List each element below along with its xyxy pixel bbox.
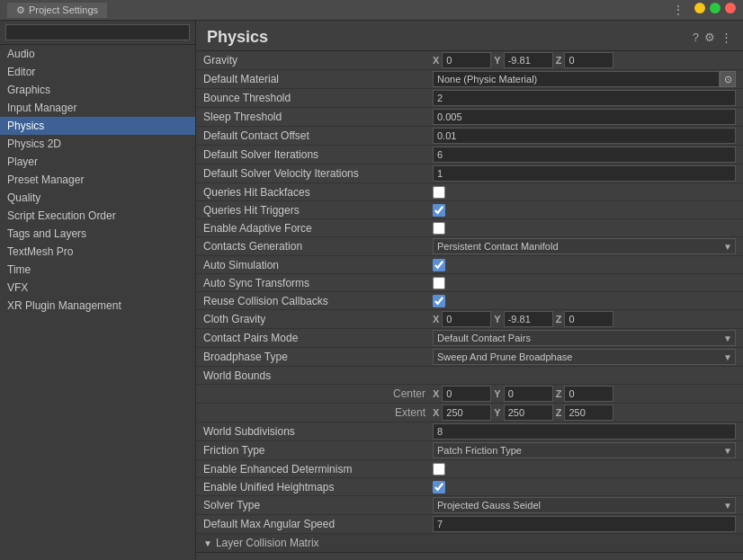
center-z-input[interactable] <box>564 386 613 402</box>
close-button[interactable] <box>725 3 736 13</box>
friction-type-value: Patch Friction Type One Directional Fric… <box>433 442 736 458</box>
world-bounds-label: World Bounds <box>203 369 433 382</box>
sidebar-item-input-manager[interactable]: Input Manager <box>0 99 195 117</box>
friction-type-select[interactable]: Patch Friction Type One Directional Fric… <box>433 442 736 458</box>
auto-sync-transforms-label: Auto Sync Transforms <box>203 277 433 289</box>
more-icon[interactable]: ⋮ <box>721 31 732 44</box>
default-max-angular-speed-input[interactable] <box>433 516 736 532</box>
sidebar-item-script-execution-order[interactable]: Script Execution Order <box>0 207 195 225</box>
sidebar-item-editor[interactable]: Editor <box>0 63 195 81</box>
friction-type-dropdown-wrapper: Patch Friction Type One Directional Fric… <box>433 442 736 458</box>
sidebar-item-textmesh-pro[interactable]: TextMesh Pro <box>0 243 195 261</box>
enable-adaptive-force-checkbox[interactable] <box>433 222 445 235</box>
contact-pairs-mode-select[interactable]: Default Contact Pairs Enable Kinematic K… <box>433 330 736 346</box>
queries-hit-triggers-checkbox[interactable] <box>433 204 445 217</box>
reuse-collision-callbacks-checkbox[interactable] <box>433 295 445 307</box>
gravity-z-label: Z <box>556 55 562 66</box>
world-bounds-center-value: X Y Z <box>433 386 736 402</box>
gravity-xyz: X Y Z <box>433 52 613 68</box>
broadphase-type-select[interactable]: Sweep And Prune Broadphase Multibox Prun… <box>433 349 736 365</box>
broadphase-type-row: Broadphase Type Sweep And Prune Broadpha… <box>196 348 743 367</box>
world-subdivisions-label: World Subdivisions <box>203 425 433 438</box>
cloth-gravity-z-label: Z <box>556 314 562 324</box>
world-subdivisions-input[interactable] <box>433 423 736 440</box>
help-icon[interactable]: ? <box>693 31 699 44</box>
reuse-collision-callbacks-value <box>433 295 736 307</box>
settings-icon[interactable]: ⚙ <box>704 31 715 44</box>
solver-type-value: Projected Gauss Seidel Temporal Gauss Se… <box>433 497 736 513</box>
contact-pairs-mode-value: Default Contact Pairs Enable Kinematic K… <box>433 330 736 346</box>
sidebar-item-quality[interactable]: Quality <box>0 189 195 207</box>
center-y-input[interactable] <box>504 386 553 402</box>
minimize-button[interactable] <box>694 3 705 13</box>
cloth-gravity-y-input[interactable] <box>504 311 553 327</box>
enable-enhanced-determinism-checkbox[interactable] <box>433 463 445 476</box>
sidebar-item-player[interactable]: Player <box>0 153 195 171</box>
default-max-angular-speed-label: Default Max Angular Speed <box>203 518 433 530</box>
extent-z-label: Z <box>556 407 562 418</box>
contact-pairs-mode-dropdown-wrapper: Default Contact Pairs Enable Kinematic K… <box>433 330 736 346</box>
sidebar-item-graphics[interactable]: Graphics <box>0 81 195 99</box>
default-contact-offset-input[interactable] <box>433 128 736 144</box>
contacts-generation-value: Legacy Contact Generation Persistent Con… <box>433 238 736 254</box>
extent-z-input[interactable] <box>564 404 613 421</box>
extent-x-label: X <box>433 407 439 418</box>
gravity-z-input[interactable] <box>564 52 613 68</box>
extent-x-input[interactable] <box>442 404 491 421</box>
world-bounds-extent-label: Extent <box>203 406 433 419</box>
main-container: Audio Editor Graphics Input Manager Phys… <box>0 21 743 560</box>
sidebar-item-vfx[interactable]: VFX <box>0 279 195 297</box>
default-solver-iterations-label: Default Solver Iterations <box>203 148 433 161</box>
queries-hit-backfaces-label: Queries Hit Backfaces <box>203 186 433 199</box>
sidebar-search-input[interactable] <box>5 24 190 40</box>
solver-type-row: Solver Type Projected Gauss Seidel Tempo… <box>196 496 743 515</box>
sidebar-item-physics-2d[interactable]: Physics 2D <box>0 135 195 153</box>
default-material-browse-button[interactable]: ⊙ <box>720 71 736 87</box>
enable-unified-heightmaps-row: Enable Unified Heightmaps <box>196 478 743 496</box>
default-material-input[interactable] <box>433 71 720 87</box>
extent-y-input[interactable] <box>504 404 553 421</box>
sidebar-item-xr-plugin-management[interactable]: XR Plugin Management <box>0 297 195 315</box>
cloth-gravity-x-input[interactable] <box>442 311 491 327</box>
page-title: Physics <box>207 28 268 47</box>
layer-collision-matrix-section[interactable]: ▼ Layer Collision Matrix <box>196 534 743 553</box>
solver-type-select[interactable]: Projected Gauss Seidel Temporal Gauss Se… <box>433 497 736 513</box>
title-bar-tab[interactable]: ⚙ Project Settings <box>7 3 107 18</box>
material-input-group: ⊙ <box>433 71 736 87</box>
contacts-generation-label: Contacts Generation <box>203 240 433 253</box>
bounce-threshold-label: Bounce Threshold <box>203 92 433 104</box>
auto-sync-transforms-value <box>433 277 736 289</box>
gravity-row: Gravity X Y Z <box>196 51 743 70</box>
cloth-gravity-z-input[interactable] <box>564 311 613 327</box>
default-material-label: Default Material <box>203 73 433 85</box>
sidebar-item-physics[interactable]: Physics <box>0 117 195 135</box>
bounce-threshold-input[interactable] <box>433 90 736 106</box>
auto-sync-transforms-checkbox[interactable] <box>433 277 445 289</box>
settings-scroll[interactable]: Gravity X Y Z Default Material <box>196 51 743 560</box>
auto-simulation-row: Auto Simulation <box>196 256 743 274</box>
enable-unified-heightmaps-checkbox[interactable] <box>433 481 445 493</box>
cloth-gravity-label: Cloth Gravity <box>203 313 433 325</box>
sidebar-item-tags-and-layers[interactable]: Tags and Layers <box>0 225 195 243</box>
default-solver-velocity-iterations-value <box>433 165 736 182</box>
gravity-value: X Y Z <box>433 52 736 68</box>
sidebar-item-preset-manager[interactable]: Preset Manager <box>0 171 195 189</box>
auto-simulation-checkbox[interactable] <box>433 259 445 271</box>
default-solver-velocity-iterations-input[interactable] <box>433 165 736 182</box>
cloth-gravity-value: X Y Z <box>433 311 736 327</box>
sleep-threshold-input[interactable] <box>433 109 736 125</box>
world-bounds-row: World Bounds <box>196 367 743 385</box>
sidebar-item-time[interactable]: Time <box>0 261 195 279</box>
contacts-generation-select[interactable]: Legacy Contact Generation Persistent Con… <box>433 238 736 254</box>
world-bounds-center-label: Center <box>203 387 433 400</box>
bounce-threshold-value <box>433 90 736 106</box>
default-solver-iterations-input[interactable] <box>433 147 736 163</box>
maximize-button[interactable] <box>710 3 721 13</box>
center-y-label: Y <box>494 388 500 399</box>
gravity-y-input[interactable] <box>504 52 553 68</box>
queries-hit-backfaces-checkbox[interactable] <box>433 186 445 199</box>
gravity-x-input[interactable] <box>442 52 491 68</box>
auto-simulation-value <box>433 259 736 271</box>
center-x-input[interactable] <box>442 386 491 402</box>
sidebar-item-audio[interactable]: Audio <box>0 45 195 63</box>
